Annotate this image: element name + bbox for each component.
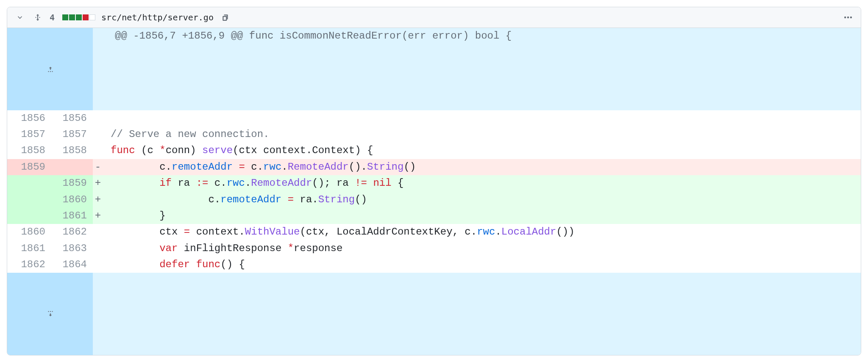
diff-body: @@ -1856,7 +1856,9 @@ func isCommonNetRe… — [7, 28, 861, 273]
diff-line-ctx: 18581858func (c *conn) serve(ctx context… — [7, 143, 861, 159]
diff-marker: + — [93, 192, 103, 208]
hunk-header-text: @@ -1856,7 +1856,9 @@ func isCommonNetRe… — [103, 28, 861, 110]
diff-line-add: 1860+ c.remoteAddr = ra.String() — [7, 192, 861, 208]
line-number-old[interactable]: 1859 — [7, 159, 49, 175]
svg-point-0 — [35, 17, 36, 18]
svg-point-5 — [850, 17, 852, 18]
file-path[interactable]: src/net/http/server.go — [101, 12, 214, 22]
expand-down-icon — [11, 305, 89, 322]
diff-table: @@ -1856,7 +1856,9 @@ func isCommonNetRe… — [7, 28, 861, 355]
diff-line-ctx: 18611863 var inFlightResponse *response — [7, 241, 861, 257]
svg-point-1 — [37, 17, 38, 18]
expand-all-button[interactable] — [32, 11, 44, 23]
svg-point-6 — [48, 71, 49, 72]
svg-point-7 — [50, 71, 51, 72]
line-number-old[interactable]: 1857 — [7, 126, 49, 143]
line-number-old[interactable]: 1862 — [7, 257, 49, 273]
diff-marker — [93, 241, 103, 257]
code-cell[interactable]: ctx = context.WithValue(ctx, LocalAddrCo… — [103, 224, 861, 240]
code-cell[interactable]: defer func() { — [103, 257, 861, 273]
file-menu-button[interactable] — [842, 11, 854, 23]
diffstat-squares — [62, 14, 95, 20]
diff-line-ctx: 18561856 — [7, 110, 861, 126]
line-number-new[interactable]: 1862 — [49, 224, 93, 240]
line-number-new[interactable]: 1859 — [49, 175, 93, 191]
svg-point-3 — [844, 17, 846, 18]
hunk-header-row: @@ -1856,7 +1856,9 @@ func isCommonNetRe… — [7, 28, 861, 110]
diffstat-square — [69, 14, 75, 20]
svg-point-4 — [847, 17, 849, 18]
diff-marker — [93, 126, 103, 143]
diff-marker: - — [93, 159, 103, 175]
change-count: 4 — [50, 12, 55, 22]
diff-file: 4 src/net/http/server.go — [7, 7, 861, 355]
code-cell[interactable] — [103, 110, 861, 126]
svg-point-2 — [39, 17, 40, 18]
diff-marker — [93, 257, 103, 273]
diffstat-square — [83, 14, 89, 20]
code-cell[interactable]: func (c *conn) serve(ctx context.Context… — [103, 143, 861, 159]
diff-marker — [93, 143, 103, 159]
copy-path-button[interactable] — [220, 11, 231, 23]
line-number-new[interactable] — [49, 159, 93, 175]
line-number-old[interactable]: 1856 — [7, 110, 49, 126]
code-cell[interactable]: c.remoteAddr = ra.String() — [103, 192, 861, 208]
collapse-toggle[interactable] — [14, 11, 26, 23]
line-number-new[interactable]: 1858 — [49, 143, 93, 159]
code-cell[interactable]: if ra := c.rwc.RemoteAddr(); ra != nil { — [103, 175, 861, 191]
expand-down-row — [7, 273, 861, 355]
line-number-old[interactable] — [7, 208, 49, 224]
diff-marker — [93, 224, 103, 240]
file-header: 4 src/net/http/server.go — [7, 7, 861, 28]
line-number-old[interactable]: 1860 — [7, 224, 49, 240]
line-number-old[interactable] — [7, 192, 49, 208]
svg-point-9 — [48, 311, 49, 312]
line-number-old[interactable]: 1861 — [7, 241, 49, 257]
diff-marker: + — [93, 208, 103, 224]
line-number-old[interactable]: 1858 — [7, 143, 49, 159]
svg-point-10 — [50, 311, 51, 312]
diff-line-ctx: 18621864 defer func() { — [7, 257, 861, 273]
line-number-old[interactable] — [7, 175, 49, 191]
code-cell[interactable]: c.remoteAddr = c.rwc.RemoteAddr().String… — [103, 159, 861, 175]
line-number-new[interactable]: 1864 — [49, 257, 93, 273]
diff-marker: + — [93, 175, 103, 191]
diff-line-add: 1861+ } — [7, 208, 861, 224]
diff-line-add: 1859+ if ra := c.rwc.RemoteAddr(); ra !=… — [7, 175, 861, 191]
line-number-new[interactable]: 1863 — [49, 241, 93, 257]
line-number-new[interactable]: 1857 — [49, 126, 93, 143]
line-number-new[interactable]: 1856 — [49, 110, 93, 126]
svg-point-8 — [52, 71, 53, 72]
diff-line-del: 1859- c.remoteAddr = c.rwc.RemoteAddr().… — [7, 159, 861, 175]
expand-up-icon — [11, 61, 89, 78]
line-number-new[interactable]: 1860 — [49, 192, 93, 208]
code-cell[interactable]: var inFlightResponse *response — [103, 241, 861, 257]
svg-point-11 — [52, 311, 53, 312]
diff-line-ctx: 18571857// Serve a new connection. — [7, 126, 861, 143]
diffstat-square — [89, 14, 95, 20]
diffstat-square — [62, 14, 68, 20]
diff-marker — [93, 110, 103, 126]
code-cell[interactable]: } — [103, 208, 861, 224]
diffstat-square — [76, 14, 82, 20]
code-cell[interactable]: // Serve a new connection. — [103, 126, 861, 143]
diff-line-ctx: 18601862 ctx = context.WithValue(ctx, Lo… — [7, 224, 861, 240]
line-number-new[interactable]: 1861 — [49, 208, 93, 224]
